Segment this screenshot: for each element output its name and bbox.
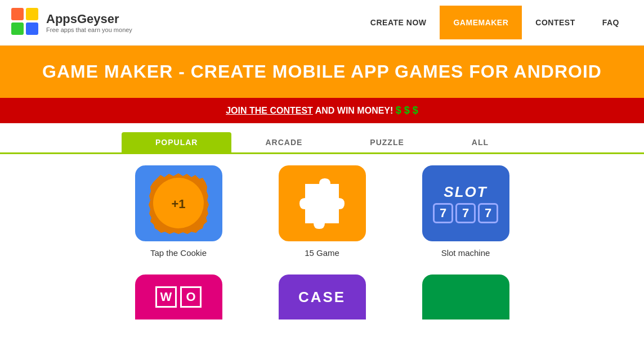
- tab-all[interactable]: ALL: [438, 132, 522, 152]
- game-card-green[interactable]: [422, 274, 509, 320]
- games-row-1: +1 Tap the Cookie 15 Game SLOT 7: [34, 165, 610, 258]
- game-card-word[interactable]: W O: [135, 274, 222, 320]
- nav-contest[interactable]: CONTEST: [522, 6, 588, 39]
- game-thumb-case: CASE: [279, 274, 366, 320]
- svg-rect-1: [26, 8, 38, 20]
- game-thumb-green: [422, 274, 509, 320]
- game-name-tap-cookie: Tap the Cookie: [150, 248, 207, 258]
- game-card-15-game[interactable]: 15 Game: [279, 165, 366, 258]
- slot-reel-1: 7: [433, 203, 453, 223]
- puzzle-piece-svg: [294, 178, 350, 229]
- nav-create-now[interactable]: CREATE NOW: [357, 6, 440, 39]
- tab-arcade[interactable]: ARCADE: [231, 132, 336, 152]
- games-section: +1 Tap the Cookie 15 Game SLOT 7: [0, 154, 644, 331]
- tabs-container: POPULAR ARCADE PUZZLE ALL: [0, 132, 644, 154]
- nav-faq[interactable]: FAQ: [589, 6, 633, 39]
- cookie-svg: +1: [146, 171, 211, 236]
- logo-title: AppsGeyser: [46, 12, 132, 26]
- logo-icon: [11, 8, 41, 37]
- svg-rect-2: [11, 22, 24, 35]
- banner-title: GAME MAKER - CREATE MOBILE APP GAMES FOR…: [11, 61, 633, 82]
- wo-boxes: W O: [155, 286, 202, 308]
- nav-gamemaker[interactable]: GAMEMAKER: [440, 6, 522, 39]
- game-card-case[interactable]: CASE: [279, 274, 366, 320]
- slot-title: SLOT: [444, 183, 487, 201]
- slot-inner: SLOT 7 7 7: [427, 178, 504, 229]
- logo-text: AppsGeyser Free apps that earn you money: [46, 12, 132, 33]
- contest-link[interactable]: JOIN THE CONTEST: [226, 106, 313, 115]
- svg-rect-0: [11, 8, 24, 20]
- wo-box-w: W: [155, 286, 177, 308]
- money-symbols: $ $ $: [396, 105, 418, 116]
- game-card-tap-cookie[interactable]: +1 Tap the Cookie: [135, 165, 222, 258]
- main-nav: CREATE NOW GAMEMAKER CONTEST FAQ: [357, 6, 633, 39]
- header: AppsGeyser Free apps that earn you money…: [0, 0, 644, 46]
- case-label: CASE: [298, 289, 346, 306]
- game-thumb-tap-cookie: +1: [135, 165, 222, 241]
- slot-reel-2: 7: [455, 203, 476, 223]
- game-name-slot-machine: Slot machine: [441, 248, 490, 258]
- contest-bar: JOIN THE CONTEST AND WIN MONEY! $ $ $: [0, 98, 644, 123]
- banner: GAME MAKER - CREATE MOBILE APP GAMES FOR…: [0, 46, 644, 98]
- game-name-15-game: 15 Game: [305, 248, 339, 258]
- tab-popular[interactable]: POPULAR: [122, 132, 231, 152]
- logo-area: AppsGeyser Free apps that earn you money: [11, 8, 132, 37]
- tab-puzzle[interactable]: PUZZLE: [336, 132, 437, 152]
- svg-rect-3: [26, 22, 38, 35]
- wo-box-o: O: [180, 286, 202, 308]
- game-card-slot-machine[interactable]: SLOT 7 7 7 Slot machine: [422, 165, 509, 258]
- games-row-2: W O CASE: [34, 274, 610, 320]
- game-thumb-slot-machine: SLOT 7 7 7: [422, 165, 509, 241]
- contest-text: AND WIN MONEY!: [313, 106, 396, 115]
- game-thumb-word: W O: [135, 274, 222, 320]
- svg-text:+1: +1: [171, 197, 185, 211]
- logo-subtitle: Free apps that earn you money: [46, 26, 132, 33]
- slot-reel-3: 7: [478, 203, 498, 223]
- slot-reels: 7 7 7: [433, 203, 498, 223]
- game-thumb-15-game: [279, 165, 366, 241]
